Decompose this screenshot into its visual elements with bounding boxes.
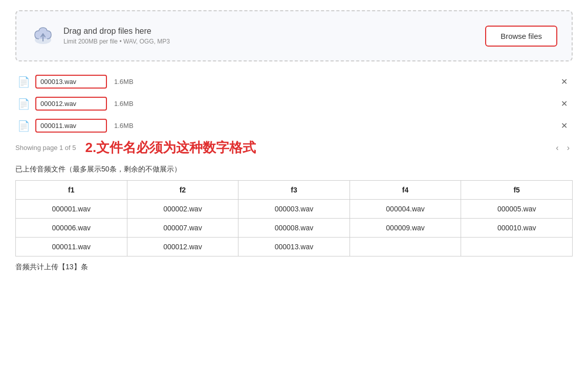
table-footer: 音频共计上传【13】条 (15, 263, 573, 272)
file-size-3: 1.6MB (114, 122, 134, 130)
table-cell: 000003.wav (238, 200, 350, 219)
prev-page-button[interactable]: ‹ (553, 142, 561, 154)
file-item: 📄 000011.wav 1.6MB ✕ (15, 115, 573, 137)
file-icon: 📄 (17, 76, 30, 88)
col-header-f2: f2 (127, 181, 238, 200)
file-table: f1 f2 f3 f4 f5 000001.wav000002.wav00000… (15, 180, 573, 256)
file-remove-2[interactable]: ✕ (558, 98, 571, 110)
file-remove-3[interactable]: ✕ (558, 120, 571, 132)
col-header-f1: f1 (16, 181, 127, 200)
dropzone-left: Drag and drop files here Limit 200MB per… (31, 24, 170, 48)
file-name-highlighted-2: 000012.wav (35, 97, 107, 111)
pagination-text: Showing page 1 of 5 (15, 144, 76, 152)
file-icon: 📄 (17, 98, 30, 110)
file-item: 📄 000012.wav 1.6MB ✕ (15, 93, 573, 115)
table-cell: 000013.wav (238, 238, 350, 256)
table-cell: 000011.wav (16, 238, 127, 256)
col-header-f5: f5 (461, 181, 573, 200)
file-item: 📄 000013.wav 1.6MB ✕ (15, 71, 573, 93)
browse-files-button[interactable]: Browse files (485, 26, 557, 47)
table-cell: 000012.wav (127, 238, 238, 256)
table-cell: 000002.wav (127, 200, 238, 219)
file-name-highlighted-3: 000011.wav (35, 119, 107, 133)
file-name-highlighted-1: 000013.wav (35, 75, 107, 89)
upload-cloud-icon (31, 24, 55, 48)
table-cell: 000010.wav (461, 219, 573, 238)
table-cell: 000007.wav (127, 219, 238, 238)
table-cell: 000008.wav (238, 219, 350, 238)
file-list: 📄 000013.wav 1.6MB ✕ 📄 000012.wav 1.6MB … (15, 71, 573, 137)
table-header-row: f1 f2 f3 f4 f5 (16, 181, 573, 200)
file-size-1: 1.6MB (114, 78, 134, 85)
table-row: 000001.wav000002.wav000003.wav000004.wav… (16, 200, 573, 219)
table-row: 000011.wav000012.wav000013.wav (16, 238, 573, 256)
col-header-f4: f4 (350, 181, 461, 200)
file-remove-1[interactable]: ✕ (558, 76, 571, 88)
table-cell (350, 238, 461, 256)
table-cell: 000001.wav (16, 200, 127, 219)
table-body: 000001.wav000002.wav000003.wav000004.wav… (16, 200, 573, 256)
dropzone-title: Drag and drop files here (63, 27, 170, 36)
next-page-button[interactable]: › (564, 142, 573, 154)
table-cell: 000005.wav (461, 200, 573, 219)
file-size-2: 1.6MB (114, 100, 134, 107)
dropzone-text: Drag and drop files here Limit 200MB per… (63, 27, 170, 45)
annotation-2: 2.文件名必须为这种数字格式 (85, 139, 256, 157)
section-label: 已上传音频文件（最多展示50条，剩余的不做展示） (15, 165, 573, 174)
table-cell: 000009.wav (350, 219, 461, 238)
file-list-section: 📄 000013.wav 1.6MB ✕ 📄 000012.wav 1.6MB … (15, 71, 573, 157)
page-nav: ‹ › (553, 142, 573, 154)
table-row: 000006.wav000007.wav000008.wav000009.wav… (16, 219, 573, 238)
dropzone: Drag and drop files here Limit 200MB per… (15, 10, 573, 61)
col-header-f3: f3 (238, 181, 350, 200)
pagination-row: Showing page 1 of 5 2.文件名必须为这种数字格式 ‹ › (15, 139, 573, 157)
file-icon: 📄 (17, 120, 30, 132)
table-cell: 000004.wav (350, 200, 461, 219)
dropzone-subtitle: Limit 200MB per file • WAV, OGG, MP3 (63, 38, 170, 45)
table-cell: 000006.wav (16, 219, 127, 238)
table-cell (461, 238, 573, 256)
